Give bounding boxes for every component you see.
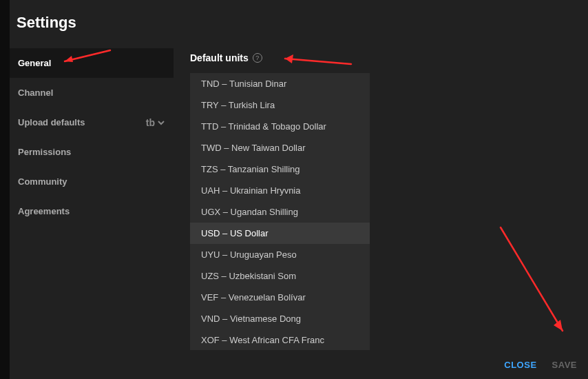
currency-option[interactable]: UAH – Ukrainian Hryvnia [190, 180, 370, 201]
currency-option[interactable]: USD – US Dollar [190, 223, 370, 244]
currency-option[interactable]: TTD – Trinidad & Tobago Dollar [190, 116, 370, 137]
sidebar-item-channel[interactable]: Channel [10, 78, 174, 107]
sidebar-item-label: Agreements [18, 206, 70, 216]
sidebar-item-agreements[interactable]: Agreements [10, 196, 174, 226]
currency-option[interactable]: TRY – Turkish Lira [190, 94, 370, 116]
currency-option[interactable]: UGX – Ugandan Shilling [190, 201, 370, 223]
close-button[interactable]: CLOSE [504, 360, 536, 370]
currency-option[interactable]: UZS – Uzbekistani Som [190, 265, 370, 287]
sidebar-item-label: Permissions [18, 147, 71, 157]
sidebar-item-general[interactable]: General [10, 48, 174, 78]
currency-option[interactable]: TND – Tunisian Dinar [190, 73, 370, 94]
section-title: Default units [190, 52, 249, 63]
page-title: Settings [10, 0, 588, 44]
currency-option[interactable]: XOF – West African CFA Franc [190, 329, 370, 351]
currency-option[interactable]: VND – Vietnamese Dong [190, 308, 370, 329]
sidebar: GeneralChannelUpload defaultstbPermissio… [10, 44, 174, 351]
content-wrap: GeneralChannelUpload defaultstbPermissio… [10, 44, 588, 351]
sidebar-item-label: Upload defaults [18, 117, 85, 127]
settings-modal: Settings GeneralChannelUpload defaultstb… [10, 0, 588, 351]
currency-option[interactable]: VEF – Venezuelan Bolívar [190, 287, 370, 308]
section-heading: Default units ? [190, 52, 571, 63]
main-panel: Default units ? TND – Tunisian DinarTRY … [174, 44, 588, 351]
sidebar-item-permissions[interactable]: Permissions [10, 137, 174, 167]
currency-option[interactable]: UYU – Uruguayan Peso [190, 244, 370, 265]
currency-option[interactable]: TWD – New Taiwan Dollar [190, 137, 370, 158]
sidebar-item-label: Channel [18, 88, 53, 98]
help-icon[interactable]: ? [253, 53, 262, 63]
footer-bar: CLOSE SAVE [10, 350, 588, 379]
tb-chevron-icon: tb [146, 117, 165, 128]
currency-option[interactable]: TZS – Tanzanian Shilling [190, 158, 370, 180]
sidebar-item-label: General [18, 58, 51, 68]
sidebar-item-community[interactable]: Community [10, 167, 174, 196]
sidebar-item-label: Community [18, 176, 67, 187]
currency-dropdown[interactable]: TND – Tunisian DinarTRY – Turkish LiraTT… [190, 73, 370, 364]
save-button[interactable]: SAVE [552, 360, 577, 370]
sidebar-item-upload-defaults[interactable]: Upload defaultstb [10, 107, 174, 137]
